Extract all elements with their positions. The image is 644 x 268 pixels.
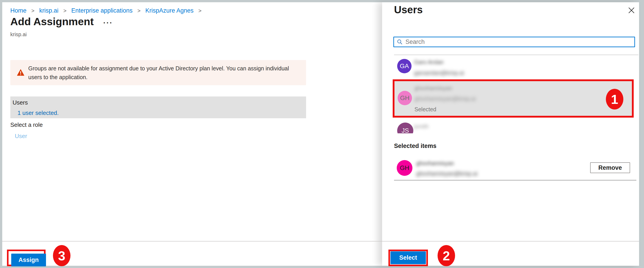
flyout-title: Users: [394, 4, 423, 16]
warning-banner: Groups are not available for assignment …: [10, 60, 306, 85]
user-name-blurred: ghovhannisyan: [414, 85, 452, 91]
breadcrumb-enterprise-applications[interactable]: Enterprise applications: [71, 7, 132, 14]
screenshot-canvas: Home > krisp.ai > Enterprise application…: [0, 0, 644, 268]
avatar-gh-selected: GH: [397, 160, 412, 176]
user-selected-link[interactable]: 1 user selected.: [18, 109, 59, 116]
users-selection-box: Users 1 user selected.: [10, 96, 306, 118]
assign-button[interactable]: Assign: [11, 254, 46, 266]
breadcrumb-separator: >: [32, 8, 34, 14]
page-subtitle: krisp.ai: [10, 32, 27, 38]
user-name-blurred: Garo Arslan: [414, 59, 444, 65]
select-button[interactable]: Select: [390, 251, 426, 264]
breadcrumb-krispazure-agnes[interactable]: KrispAzure Agnes: [146, 7, 194, 14]
selected-items-heading: Selected items: [394, 143, 436, 150]
user-name-blurred: jsmith: [414, 123, 428, 130]
selected-items-divider: [394, 180, 636, 181]
breadcrumb-krisp-ai[interactable]: krisp.ai: [39, 7, 58, 14]
main-pane: Home > krisp.ai > Enterprise application…: [2, 2, 382, 266]
user-row-js[interactable]: JS jsmith: [382, 121, 639, 133]
role-user-link[interactable]: User: [15, 133, 27, 140]
breadcrumb: Home > krisp.ai > Enterprise application…: [10, 7, 205, 14]
user-selected-status: Selected: [414, 106, 436, 113]
avatar-gh: GH: [398, 91, 412, 105]
page-title: Add Assignment: [10, 15, 94, 28]
avatar-ga: GA: [397, 59, 412, 73]
user-email-blurred: ghovhannisyan@krisp.ai: [414, 96, 476, 102]
footer-divider: [2, 241, 639, 241]
user-email-blurred: garoarslan@krisp.ai: [414, 70, 464, 76]
selected-item-name-blurred: ghovhannisyan: [416, 160, 454, 167]
users-selection-label: Users: [12, 99, 28, 106]
users-flyout: Users GA Garo Arslan garoarslan@krisp.ai…: [382, 2, 639, 266]
title-more-menu[interactable]: ···: [103, 19, 113, 27]
select-role-label: Select a role: [10, 121, 43, 128]
search-icon: [397, 39, 403, 45]
search-box: [393, 37, 635, 47]
breadcrumb-separator: >: [63, 8, 66, 14]
warning-icon: [16, 69, 25, 76]
avatar-js: JS: [397, 122, 413, 133]
close-icon[interactable]: [628, 6, 636, 14]
user-row-gh-selected[interactable]: GH ghovhannisyan ghovhannisyan@krisp.ai …: [393, 79, 634, 117]
search-input[interactable]: [406, 38, 634, 45]
remove-button[interactable]: Remove: [590, 162, 630, 173]
selected-item-email-blurred: ghovhannisyan@krisp.ai: [416, 170, 478, 177]
list-divider: [394, 55, 638, 55]
breadcrumb-separator: >: [137, 8, 140, 14]
warning-text: Groups are not available for assignment …: [28, 64, 298, 82]
annotation-step-3: 3: [53, 245, 70, 266]
breadcrumb-separator: >: [198, 8, 202, 14]
breadcrumb-home[interactable]: Home: [10, 7, 26, 14]
annotation-step-1: 1: [606, 89, 623, 109]
annotation-step-2: 2: [438, 245, 455, 266]
